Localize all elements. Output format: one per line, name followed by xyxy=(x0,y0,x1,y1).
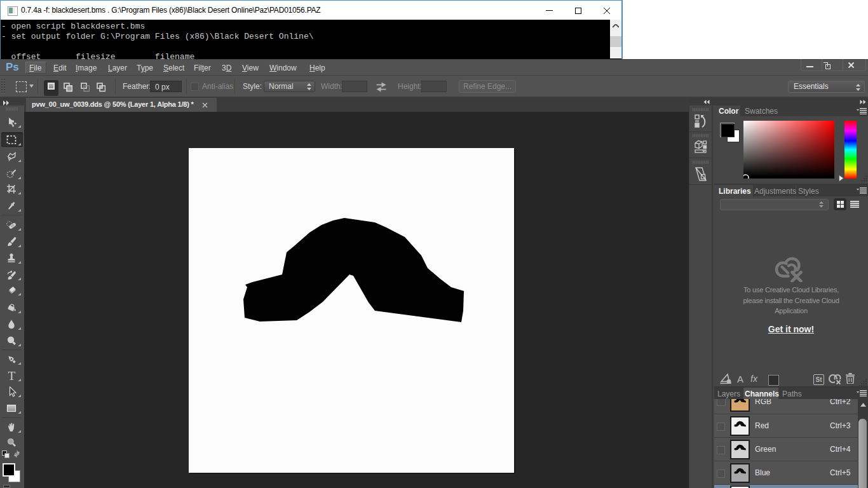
svg-text:T: T xyxy=(8,370,15,381)
